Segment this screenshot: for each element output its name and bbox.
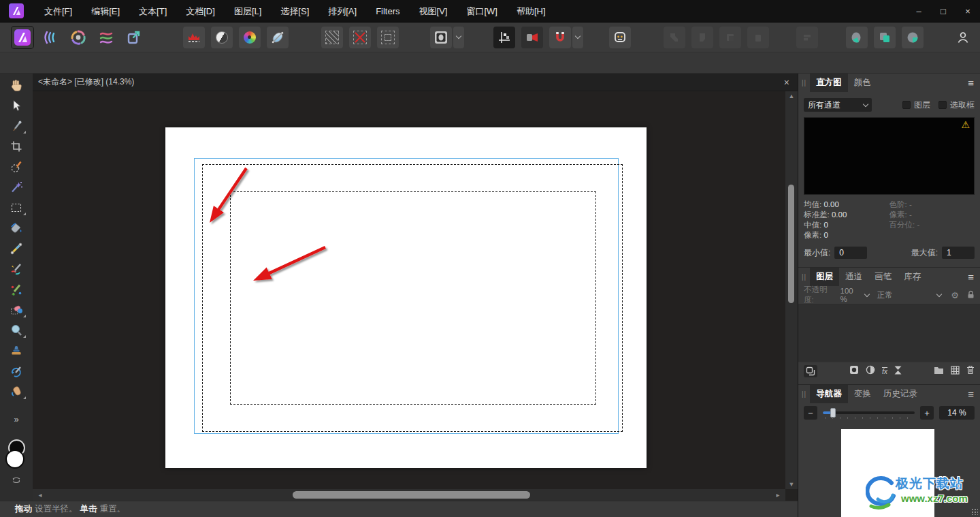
tone-mapping-persona-button[interactable] [95, 27, 117, 48]
tab-color[interactable]: 颜色 [848, 74, 877, 92]
develop-persona-button[interactable] [67, 27, 89, 48]
undo-brush-tool[interactable] [4, 361, 29, 381]
document-tab[interactable]: <未命名> [已修改] (14.3%) [38, 76, 134, 88]
adjustment-layer-button[interactable] [866, 365, 875, 377]
zoom-slider[interactable] [823, 406, 915, 420]
panel-menu-icon[interactable]: ≡ [968, 77, 974, 89]
menu-window[interactable]: 窗口[W] [457, 0, 507, 22]
panel-resize-grip[interactable] [971, 508, 978, 515]
mask-dropdown-button[interactable] [453, 27, 464, 48]
magnet-dropdown-button[interactable] [572, 27, 583, 48]
photo-persona-button[interactable] [12, 27, 33, 48]
invert-selection-button[interactable] [377, 27, 399, 48]
zoom-slider-handle[interactable] [830, 408, 836, 418]
layer-checkbox[interactable] [902, 101, 911, 109]
color-selector[interactable] [4, 439, 29, 472]
auto-white-balance-button[interactable] [267, 27, 289, 48]
document-close-icon[interactable]: × [780, 77, 794, 88]
vertical-scrollbar[interactable]: ▲ ▼ [785, 91, 798, 489]
account-button[interactable] [952, 27, 974, 48]
view-tool[interactable] [4, 75, 29, 95]
flood-fill-tool[interactable] [4, 218, 29, 238]
menu-edit[interactable]: 编辑[E] [82, 0, 129, 22]
insert-inside-button[interactable] [719, 27, 741, 48]
smudge-brush-tool[interactable] [4, 381, 29, 402]
scroll-down-icon[interactable]: ▼ [785, 481, 798, 488]
menu-filters[interactable]: Filters [366, 0, 409, 22]
menu-document[interactable]: 文档[D] [176, 0, 225, 22]
scroll-left-icon[interactable]: ◂ [34, 491, 46, 499]
crop-tool[interactable] [4, 136, 29, 157]
layer-effects-button[interactable]: fx [882, 367, 887, 375]
marquee-checkbox[interactable] [938, 101, 947, 109]
canvas-viewport[interactable] [33, 91, 785, 489]
snapping-toggle-button[interactable] [493, 27, 515, 48]
clone-brush-tool[interactable] [4, 341, 29, 361]
scroll-up-icon[interactable]: ▲ [785, 93, 798, 99]
tab-channels[interactable]: 通道 [839, 268, 868, 286]
snapping-magnet-button[interactable] [549, 27, 571, 48]
menu-text[interactable]: 文本[T] [129, 0, 176, 22]
auto-contrast-button[interactable] [211, 27, 233, 48]
channel-select[interactable]: 所有通道 [804, 98, 872, 112]
scroll-right-icon[interactable]: ▸ [772, 491, 784, 499]
insert-behind-button[interactable] [664, 27, 685, 48]
selection-brush-tool[interactable] [4, 157, 29, 177]
flood-select-tool[interactable] [4, 177, 29, 198]
blend-mode-dropdown[interactable]: 正常 [877, 290, 942, 300]
zoom-slider-track[interactable] [823, 411, 915, 414]
panel-grip[interactable]: || [802, 390, 806, 398]
layer-lock-icon[interactable] [967, 290, 975, 300]
color-format-button[interactable] [846, 27, 868, 48]
maximize-button[interactable]: □ [931, 0, 956, 22]
tab-transform[interactable]: 变换 [848, 385, 877, 403]
new-pixel-layer-button[interactable] [951, 365, 960, 377]
navigator-thumbnail[interactable] [841, 429, 934, 517]
tab-layers[interactable]: 图层 [810, 268, 839, 286]
mask-button[interactable] [430, 27, 452, 48]
zoom-value[interactable]: 14 % [939, 406, 975, 420]
menu-view[interactable]: 视图[V] [410, 0, 457, 22]
layers-list[interactable] [798, 304, 980, 362]
export-persona-button[interactable] [123, 27, 145, 48]
group-layers-button[interactable] [934, 365, 944, 377]
insert-on-top-button[interactable] [691, 27, 713, 48]
close-button[interactable]: × [956, 0, 980, 22]
deselect-button[interactable] [349, 27, 371, 48]
color-picker-tool[interactable] [4, 116, 29, 136]
zoom-out-button[interactable]: − [804, 406, 817, 420]
delete-layer-button[interactable] [966, 365, 975, 377]
max-input[interactable]: 1 [942, 247, 975, 259]
minimize-button[interactable]: – [906, 0, 931, 22]
alignment-button[interactable] [796, 27, 818, 48]
panel-grip[interactable]: || [802, 79, 806, 87]
assistant-options-button[interactable] [521, 27, 543, 48]
auto-levels-button[interactable] [183, 27, 205, 48]
panel-menu-icon[interactable]: ≡ [968, 388, 974, 400]
menu-file[interactable]: 文件[F] [35, 0, 82, 22]
pixel-tool[interactable] [4, 279, 29, 300]
live-filter-button[interactable] [894, 365, 902, 377]
zoom-in-button[interactable]: + [920, 406, 934, 420]
menu-arrange[interactable]: 排列[A] [318, 0, 366, 22]
panel-menu-icon[interactable]: ≡ [968, 271, 974, 283]
duplicate-layer-button[interactable] [804, 365, 817, 377]
tab-stock[interactable]: 库存 [898, 268, 927, 286]
primary-color-swatch[interactable] [5, 450, 24, 469]
zoom-tool[interactable] [4, 320, 29, 341]
insert-below-button[interactable] [747, 27, 769, 48]
tab-histogram[interactable]: 直方图 [810, 74, 848, 92]
menu-help[interactable]: 帮助[H] [507, 0, 555, 22]
liquify-persona-button[interactable] [39, 27, 61, 48]
tab-history[interactable]: 历史记录 [877, 385, 924, 403]
move-tool[interactable] [4, 95, 29, 116]
vertical-scrollbar-thumb[interactable] [788, 185, 794, 303]
layer-settings-gear-icon[interactable]: ⚙ [951, 290, 959, 300]
tab-navigator[interactable]: 导航器 [810, 385, 848, 403]
tab-brushes[interactable]: 画笔 [868, 268, 898, 286]
marquee-tool[interactable] [4, 198, 29, 218]
menu-layer[interactable]: 图层[L] [225, 0, 271, 22]
opacity-dropdown[interactable]: 100 % [840, 287, 869, 303]
auto-colour-button[interactable] [239, 27, 261, 48]
min-input[interactable]: 0 [834, 247, 867, 259]
